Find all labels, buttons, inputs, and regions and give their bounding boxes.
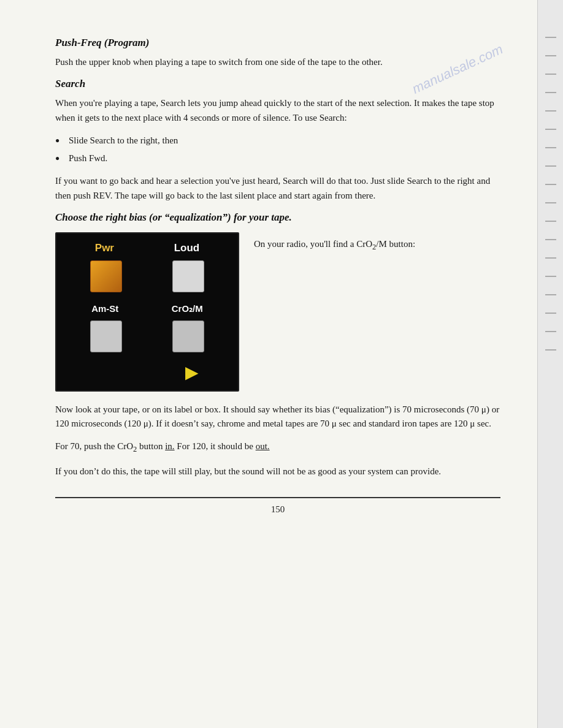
margin-dash-11 <box>545 221 556 222</box>
label-cro2m: CrO₂/M <box>172 303 203 314</box>
button-white-bottom-left <box>90 320 122 352</box>
bias-body3: If you don’t do this, the tape will stil… <box>55 464 500 479</box>
search-body2: If you want to go back and hear a select… <box>55 174 500 203</box>
arrow-icon: ▶ <box>185 362 199 382</box>
right-margin <box>537 0 563 728</box>
bias-text-col-p: On your radio, you'll find a CrO2/M butt… <box>254 237 500 253</box>
button-white-top <box>172 260 204 292</box>
device-labels-bottom: Am-St CrO₂/M <box>65 303 229 314</box>
bias-text-col: On your radio, you'll find a CrO2/M butt… <box>254 232 500 392</box>
label-pwr: Pwr <box>95 242 114 254</box>
push-freq-heading: Push-Freq (Program) <box>55 37 500 49</box>
margin-dash-14 <box>545 276 556 277</box>
margin-dash-13 <box>545 257 556 259</box>
bias-body2-part1: For 70, push the CrO2 button <box>55 441 165 451</box>
label-amst: Am-St <box>91 303 118 314</box>
device-labels-top: Pwr Loud <box>65 242 229 254</box>
bias-body2: For 70, push the CrO2 button in. For 120… <box>55 439 500 455</box>
bias-body2-underline1: in. <box>165 441 174 451</box>
device-buttons-top <box>65 260 229 292</box>
bias-section: Pwr Loud Am-St CrO₂/M ▶ O <box>55 232 500 392</box>
device-buttons-bottom <box>65 320 229 352</box>
margin-dash-8 <box>545 165 556 167</box>
margin-dash-3 <box>545 74 556 75</box>
margin-dash-9 <box>545 184 556 185</box>
label-loud: Loud <box>174 242 200 254</box>
margin-dash-1 <box>545 37 556 38</box>
push-freq-body: Push the upper knob when playing a tape … <box>55 55 500 69</box>
margin-dash-2 <box>545 55 556 56</box>
margin-dash-4 <box>545 92 556 93</box>
bias-body2-part2: For 120, it should be <box>175 441 256 451</box>
content-area: manualsale.com Push-Freq (Program) Push … <box>0 0 537 728</box>
search-heading: Search <box>55 78 500 90</box>
margin-dash-7 <box>545 147 556 148</box>
bullet-item-1: Slide Search to the right, then <box>55 134 500 148</box>
margin-dash-5 <box>545 110 556 112</box>
margin-dash-12 <box>545 239 556 240</box>
button-white-bottom-right <box>172 320 204 352</box>
page: manualsale.com Push-Freq (Program) Push … <box>0 0 563 728</box>
margin-dash-6 <box>545 129 556 130</box>
page-number: 150 <box>271 504 285 514</box>
margin-dash-18 <box>545 349 556 351</box>
margin-dash-15 <box>545 294 556 295</box>
bias-heading: Choose the right bias (or “equalization”… <box>55 211 500 224</box>
device-image: Pwr Loud Am-St CrO₂/M ▶ <box>55 232 239 392</box>
margin-dash-16 <box>545 313 556 314</box>
page-footer: 150 <box>55 497 500 515</box>
bullet-item-2: Push Fwd. <box>55 151 500 165</box>
bias-body1: Now look at your tape, or on its label o… <box>55 403 500 431</box>
margin-dash-17 <box>545 331 556 332</box>
search-body1: When you're playing a tape, Search lets … <box>55 96 500 125</box>
bias-body2-underline2: out. <box>256 441 270 451</box>
margin-dash-10 <box>545 202 556 203</box>
search-bullet-list: Slide Search to the right, then Push Fwd… <box>55 134 500 166</box>
button-orange <box>90 260 122 292</box>
